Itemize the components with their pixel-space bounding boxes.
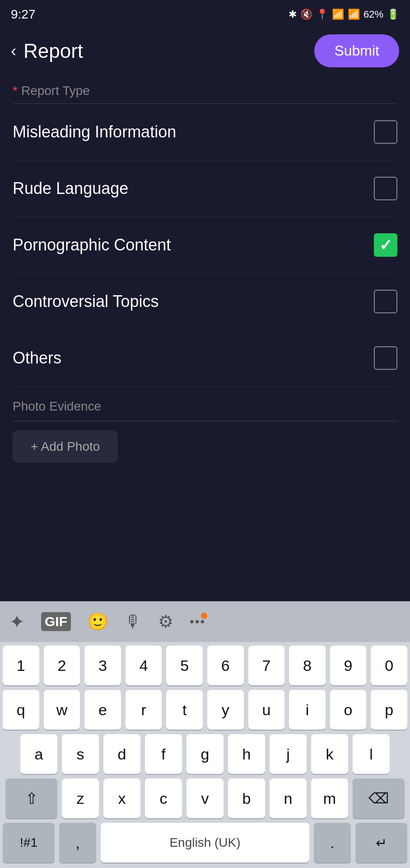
key-w[interactable]: w bbox=[44, 690, 80, 730]
others-checkbox[interactable] bbox=[374, 346, 397, 370]
emoji-icon[interactable]: 🙂 bbox=[87, 612, 108, 632]
key-1[interactable]: 1 bbox=[3, 646, 39, 685]
photo-evidence-section: Photo Evidence + Add Photo bbox=[0, 387, 410, 463]
header: ‹ Report Submit bbox=[0, 27, 410, 75]
key-h[interactable]: h bbox=[228, 734, 265, 774]
key-s[interactable]: s bbox=[62, 734, 99, 774]
number-row: 1 2 3 4 5 6 7 8 9 0 bbox=[3, 646, 407, 685]
report-item-rude: Rude Language bbox=[13, 160, 397, 217]
report-type-text: Report Type bbox=[21, 84, 90, 98]
key-7[interactable]: 7 bbox=[248, 646, 285, 685]
header-left: ‹ Report bbox=[11, 40, 83, 62]
battery-icon: 🔋 bbox=[387, 9, 399, 20]
keyboard: ✦ GIF 🙂 🎙 ⚙ ••• 1 2 3 4 5 6 7 8 9 0 q w … bbox=[0, 601, 410, 868]
submit-button[interactable]: Submit bbox=[314, 34, 399, 67]
photo-evidence-divider bbox=[13, 421, 397, 421]
status-bar: 9:27 ✱ 🔇 📍 📶 📶 62% 🔋 bbox=[0, 0, 410, 27]
others-label: Others bbox=[13, 349, 61, 368]
key-q[interactable]: q bbox=[3, 690, 39, 730]
row-bottom: !#1 , English (UK) . ↵ bbox=[3, 823, 407, 863]
photo-evidence-label: Photo Evidence bbox=[13, 399, 397, 421]
backspace-key[interactable]: ⌫ bbox=[353, 778, 405, 818]
key-x[interactable]: x bbox=[103, 778, 140, 818]
keyboard-rows: 1 2 3 4 5 6 7 8 9 0 q w e r t y u i o p … bbox=[0, 642, 410, 868]
key-p[interactable]: p bbox=[371, 690, 407, 730]
key-y[interactable]: y bbox=[207, 690, 244, 730]
signal-icon: 📶 bbox=[348, 9, 360, 20]
key-j[interactable]: j bbox=[270, 734, 307, 774]
key-d[interactable]: d bbox=[103, 734, 140, 774]
report-item-misleading: Misleading Information bbox=[13, 104, 397, 160]
location-icon: 📍 bbox=[316, 9, 328, 20]
report-item-controversial: Controversial Topics bbox=[13, 274, 397, 330]
key-v[interactable]: v bbox=[186, 778, 224, 818]
bluetooth-icon: ✱ bbox=[289, 9, 297, 20]
key-4[interactable]: 4 bbox=[126, 646, 162, 685]
key-0[interactable]: 0 bbox=[371, 646, 407, 685]
key-u[interactable]: u bbox=[248, 690, 285, 730]
comma-key[interactable]: , bbox=[59, 823, 96, 863]
page-title: Report bbox=[23, 40, 83, 62]
row-asdf: a s d f g h j k l bbox=[3, 734, 407, 774]
report-item-pornographic: Pornographic Content bbox=[13, 217, 397, 274]
rude-checkbox[interactable] bbox=[374, 177, 397, 200]
key-g[interactable]: g bbox=[186, 734, 224, 774]
key-a[interactable]: a bbox=[20, 734, 57, 774]
key-k[interactable]: k bbox=[311, 734, 348, 774]
key-o[interactable]: o bbox=[330, 690, 367, 730]
key-t[interactable]: t bbox=[166, 690, 203, 730]
row-qwerty: q w e r t y u i o p bbox=[3, 690, 407, 730]
wifi-icon: 📶 bbox=[332, 9, 344, 20]
key-6[interactable]: 6 bbox=[207, 646, 244, 685]
controversial-checkbox[interactable] bbox=[374, 290, 397, 313]
row-zxcv: ⇧ z x c v b n m ⌫ bbox=[3, 778, 407, 818]
report-type-label: * Report Type bbox=[13, 75, 397, 104]
status-time: 9:27 bbox=[11, 7, 36, 22]
required-asterisk: * bbox=[13, 84, 18, 98]
sticker-icon[interactable]: ✦ bbox=[9, 611, 25, 633]
status-icons: ✱ 🔇 📍 📶 📶 62% 🔋 bbox=[289, 9, 399, 20]
period-key[interactable]: . bbox=[314, 823, 351, 863]
space-key[interactable]: English (UK) bbox=[101, 823, 309, 863]
gif-icon[interactable]: GIF bbox=[41, 612, 71, 631]
key-b[interactable]: b bbox=[228, 778, 265, 818]
misleading-label: Misleading Information bbox=[13, 123, 176, 142]
content-area: * Report Type Misleading Information Rud… bbox=[0, 75, 410, 387]
key-r[interactable]: r bbox=[126, 690, 162, 730]
key-m[interactable]: m bbox=[311, 778, 348, 818]
report-item-others: Others bbox=[13, 330, 397, 387]
misleading-checkbox[interactable] bbox=[374, 120, 397, 144]
mute-icon: 🔇 bbox=[300, 9, 312, 20]
key-8[interactable]: 8 bbox=[289, 646, 326, 685]
key-z[interactable]: z bbox=[62, 778, 99, 818]
battery-percent: 62% bbox=[363, 9, 383, 20]
enter-key[interactable]: ↵ bbox=[355, 823, 407, 863]
key-l[interactable]: l bbox=[353, 734, 390, 774]
symbol-key[interactable]: !#1 bbox=[3, 823, 55, 863]
key-2[interactable]: 2 bbox=[44, 646, 80, 685]
key-3[interactable]: 3 bbox=[84, 646, 121, 685]
key-c[interactable]: c bbox=[145, 778, 182, 818]
key-9[interactable]: 9 bbox=[330, 646, 367, 685]
settings-icon[interactable]: ⚙ bbox=[158, 612, 173, 632]
key-5[interactable]: 5 bbox=[166, 646, 203, 685]
shift-key[interactable]: ⇧ bbox=[5, 778, 57, 818]
keyboard-toolbar: ✦ GIF 🙂 🎙 ⚙ ••• bbox=[0, 601, 410, 642]
back-button[interactable]: ‹ bbox=[11, 42, 16, 61]
microphone-icon[interactable]: 🎙 bbox=[125, 612, 142, 632]
rude-label: Rude Language bbox=[13, 179, 128, 198]
key-n[interactable]: n bbox=[270, 778, 307, 818]
key-i[interactable]: i bbox=[289, 690, 326, 730]
pornographic-checkbox[interactable] bbox=[374, 233, 397, 257]
more-icon[interactable]: ••• bbox=[190, 614, 205, 629]
key-e[interactable]: e bbox=[84, 690, 121, 730]
key-f[interactable]: f bbox=[145, 734, 182, 774]
photo-add-button[interactable]: + Add Photo bbox=[13, 430, 118, 463]
controversial-label: Controversial Topics bbox=[13, 292, 158, 311]
pornographic-label: Pornographic Content bbox=[13, 236, 171, 255]
